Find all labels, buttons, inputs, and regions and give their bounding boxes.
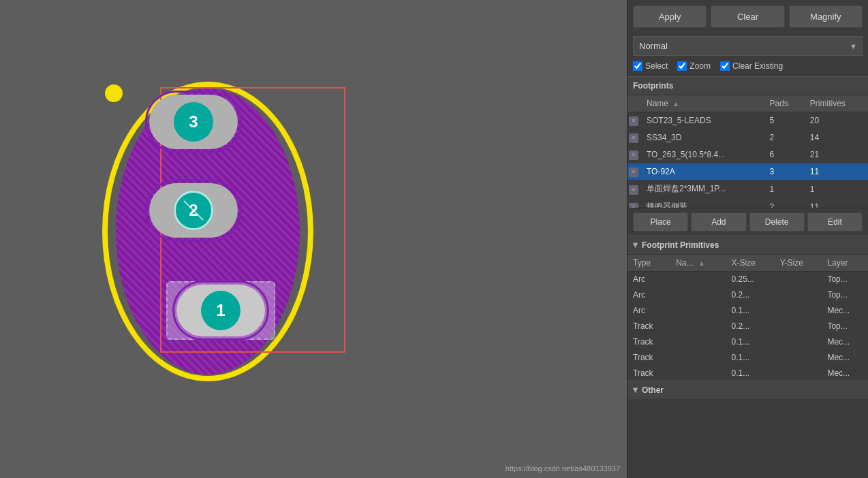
- footprints-label: Footprints: [633, 81, 673, 91]
- fp-row-name: 单面焊盘2*3MM_1P...: [641, 180, 764, 198]
- select-checkbox[interactable]: [633, 61, 642, 71]
- fp-table-row[interactable]: ≡ TO_263_5(10.5*8.4... 6 21: [627, 146, 868, 163]
- action-row: Place Add Delete Edit: [627, 208, 868, 236]
- fp-row-icon: ≡: [627, 146, 641, 163]
- prim-row-name: [670, 319, 726, 334]
- fp-row-icon: ≡: [627, 112, 641, 129]
- prim-row-type: Arc: [627, 272, 670, 287]
- pad-2-cross: [183, 200, 204, 221]
- sort-arrow-icon: ▲: [672, 100, 679, 108]
- magnify-button[interactable]: Magnify: [789, 5, 863, 28]
- footprints-table-scroll[interactable]: Name ▲ Pads Primitives ≡ SOT23_5-LEADS 5…: [627, 95, 868, 208]
- fp-table-row[interactable]: ≡ TO-92A 3 11: [627, 163, 868, 180]
- prim-name-col-text: Na...: [676, 258, 693, 268]
- zoom-checkbox[interactable]: [677, 61, 687, 71]
- place-button[interactable]: Place: [633, 212, 688, 232]
- primitives-table: Type Na... ▲ X-Size Y-Size Layer Arc 0.2…: [627, 255, 868, 381]
- prim-table-row[interactable]: Arc 0.2... Top...: [627, 287, 868, 303]
- zoom-checkbox-label[interactable]: Zoom: [677, 61, 711, 71]
- yellow-dot: [105, 84, 123, 102]
- pad-2-circle: 2: [174, 191, 213, 230]
- fp-table-row[interactable]: ≡ 蜂鸣器侧装 2 11: [627, 198, 868, 208]
- mode-dropdown[interactable]: Normal Highlight Dim: [633, 36, 863, 56]
- fp-row-primitives: 14: [805, 129, 868, 146]
- pad-1-label: 1: [216, 301, 225, 320]
- fp-col-name[interactable]: Name ▲: [641, 95, 764, 112]
- select-checkbox-label[interactable]: Select: [633, 61, 668, 71]
- prim-row-ysize: [775, 350, 822, 366]
- canvas-area[interactable]: 3 2 1: [0, 0, 627, 478]
- prim-row-xsize: 0.1...: [726, 334, 774, 350]
- fp-table-body: ≡ SOT23_5-LEADS 5 20 ≡ SS34_3D 2 14 ≡ TO…: [627, 112, 868, 208]
- pad-3-circle: 3: [174, 102, 213, 142]
- prim-table-row[interactable]: Track 0.2... Top...: [627, 319, 868, 334]
- prim-col-xsize: X-Size: [726, 255, 774, 272]
- prim-row-type: Arc: [627, 287, 670, 303]
- prim-row-type: Track: [627, 334, 670, 350]
- fp-row-pads: 6: [764, 146, 805, 163]
- fp-row-primitives: 21: [805, 146, 868, 163]
- prim-row-layer: Top...: [822, 272, 868, 287]
- delete-button[interactable]: Delete: [749, 212, 805, 232]
- fp-row-primitives: 11: [805, 198, 868, 208]
- fp-row-name: SOT23_5-LEADS: [641, 112, 764, 129]
- fp-row-icon: ≡: [627, 129, 641, 146]
- prim-row-layer: Top...: [822, 287, 868, 303]
- fp-col-primitives[interactable]: Primitives: [805, 95, 868, 112]
- primitives-label: Footprint Primitives: [642, 240, 719, 250]
- prim-row-ysize: [775, 287, 822, 303]
- fp-row-primitives: 1: [805, 180, 868, 198]
- prim-table-row[interactable]: Arc 0.1... Mec...: [627, 303, 868, 319]
- prim-table-row[interactable]: Arc 0.25... Top...: [627, 272, 868, 287]
- other-label: Other: [642, 385, 664, 395]
- prim-row-name: [670, 303, 726, 319]
- fp-table-row[interactable]: ≡ 单面焊盘2*3MM_1P... 1 1: [627, 180, 868, 198]
- clear-existing-checkbox-label[interactable]: Clear Existing: [720, 61, 783, 71]
- fp-table-row[interactable]: ≡ SOT23_5-LEADS 5 20: [627, 112, 868, 129]
- fp-row-pads: 5: [764, 112, 805, 129]
- prim-row-layer: Top...: [822, 319, 868, 334]
- footprints-table: Name ▲ Pads Primitives ≡ SOT23_5-LEADS 5…: [627, 95, 868, 208]
- prim-row-name: [670, 334, 726, 350]
- fp-icon-5: ≡: [629, 203, 638, 208]
- pad-1-circle: 1: [201, 291, 241, 330]
- prim-table-row[interactable]: Track 0.1... Mec...: [627, 366, 868, 381]
- fp-row-primitives: 11: [805, 163, 868, 180]
- primitives-section-header: Footprint Primitives: [627, 236, 868, 255]
- other-section-header: Other: [627, 381, 868, 399]
- fp-table-header-row: Name ▲ Pads Primitives: [627, 95, 868, 112]
- select-label: Select: [645, 61, 668, 71]
- fp-icon-3: ≡: [629, 168, 638, 177]
- fp-row-name: 蜂鸣器侧装: [641, 198, 764, 208]
- prim-table-row[interactable]: Track 0.1... Mec...: [627, 334, 868, 350]
- add-button[interactable]: Add: [691, 212, 746, 232]
- fp-name-header-text: Name: [647, 99, 668, 108]
- prim-row-xsize: 0.2...: [726, 287, 774, 303]
- clear-existing-label: Clear Existing: [732, 61, 783, 71]
- prim-row-xsize: 0.2...: [726, 319, 774, 334]
- prim-row-type: Track: [627, 350, 670, 366]
- fp-table-row[interactable]: ≡ SS34_3D 2 14: [627, 129, 868, 146]
- clear-existing-checkbox[interactable]: [720, 61, 730, 71]
- primitives-table-scroll[interactable]: Type Na... ▲ X-Size Y-Size Layer Arc 0.2…: [627, 255, 868, 381]
- prim-row-xsize: 0.25...: [726, 272, 774, 287]
- prim-row-layer: Mec...: [822, 366, 868, 381]
- prim-table-row[interactable]: Track 0.1... Mec...: [627, 350, 868, 366]
- toolbar-row: Apply Clear Magnify: [627, 0, 868, 33]
- fp-row-icon: ≡: [627, 180, 641, 198]
- prim-col-layer: Layer: [822, 255, 868, 272]
- edit-button[interactable]: Edit: [807, 212, 863, 232]
- fp-icon-1: ≡: [629, 133, 638, 143]
- pad-3-label: 3: [189, 112, 198, 131]
- apply-button[interactable]: Apply: [633, 5, 707, 28]
- prim-row-xsize: 0.1...: [726, 303, 774, 319]
- prim-row-xsize: 0.1...: [726, 366, 774, 381]
- clear-button[interactable]: Clear: [711, 5, 784, 28]
- fp-col-pads[interactable]: Pads: [764, 95, 805, 112]
- fp-row-name: TO_263_5(10.5*8.4...: [641, 146, 764, 163]
- prim-header-row: Type Na... ▲ X-Size Y-Size Layer: [627, 255, 868, 272]
- checkbox-row: Select Zoom Clear Existing: [627, 59, 868, 76]
- prim-row-layer: Mec...: [822, 303, 868, 319]
- fp-row-pads: 1: [764, 180, 805, 198]
- prim-sort-arrow-icon: ▲: [698, 259, 705, 267]
